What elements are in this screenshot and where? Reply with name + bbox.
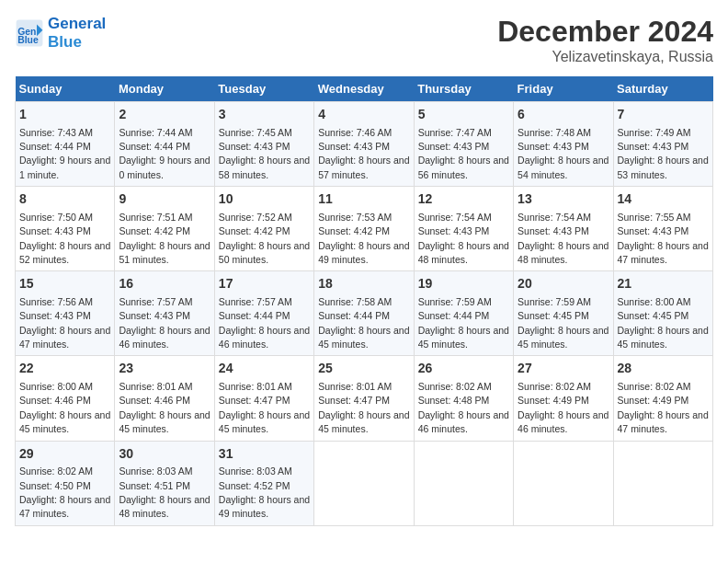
calendar-day-cell: 16Sunrise: 7:57 AMSunset: 4:43 PMDayligh… bbox=[115, 271, 214, 356]
page-header: Gen Blue General Blue December 2024 Yeli… bbox=[15, 15, 713, 65]
calendar-day-cell: 10Sunrise: 7:52 AMSunset: 4:42 PMDayligh… bbox=[214, 187, 313, 271]
location-title: Yelizavetinskaya, Russia bbox=[497, 49, 713, 65]
day-info: Sunrise: 7:59 AMSunset: 4:44 PMDaylight:… bbox=[418, 296, 509, 350]
day-info: Sunrise: 7:47 AMSunset: 4:43 PMDaylight:… bbox=[418, 127, 509, 180]
day-info: Sunrise: 7:54 AMSunset: 4:43 PMDaylight:… bbox=[518, 212, 609, 265]
calendar-day-cell bbox=[314, 441, 414, 525]
day-info: Sunrise: 8:00 AMSunset: 4:45 PMDaylight:… bbox=[618, 296, 709, 350]
day-info: Sunrise: 8:01 AMSunset: 4:47 PMDaylight:… bbox=[318, 381, 409, 434]
day-info: Sunrise: 8:00 AMSunset: 4:46 PMDaylight:… bbox=[19, 381, 110, 434]
calendar-day-cell: 19Sunrise: 7:59 AMSunset: 4:44 PMDayligh… bbox=[414, 271, 513, 356]
calendar-day-cell bbox=[414, 441, 513, 525]
weekday-header: Thursday bbox=[414, 76, 513, 102]
calendar-day-cell: 17Sunrise: 7:57 AMSunset: 4:44 PMDayligh… bbox=[214, 271, 313, 356]
weekday-header: Sunday bbox=[16, 76, 115, 102]
day-number: 6 bbox=[518, 106, 609, 124]
day-number: 11 bbox=[318, 190, 409, 209]
calendar-day-cell: 31Sunrise: 8:03 AMSunset: 4:52 PMDayligh… bbox=[214, 441, 313, 525]
day-info: Sunrise: 7:51 AMSunset: 4:42 PMDaylight:… bbox=[119, 212, 210, 265]
day-info: Sunrise: 8:02 AMSunset: 4:49 PMDaylight:… bbox=[518, 381, 609, 434]
calendar-day-cell: 4Sunrise: 7:46 AMSunset: 4:43 PMDaylight… bbox=[314, 102, 414, 187]
calendar-week-row: 29Sunrise: 8:02 AMSunset: 4:50 PMDayligh… bbox=[16, 441, 713, 525]
logo-line2: Blue bbox=[48, 33, 106, 52]
day-number: 28 bbox=[618, 360, 709, 378]
day-number: 5 bbox=[418, 106, 509, 124]
day-info: Sunrise: 7:43 AMSunset: 4:44 PMDaylight:… bbox=[19, 127, 110, 180]
day-info: Sunrise: 7:59 AMSunset: 4:45 PMDaylight:… bbox=[518, 296, 609, 350]
day-info: Sunrise: 7:45 AMSunset: 4:43 PMDaylight:… bbox=[219, 127, 310, 180]
calendar-day-cell: 8Sunrise: 7:50 AMSunset: 4:43 PMDaylight… bbox=[16, 187, 115, 271]
day-number: 15 bbox=[19, 275, 110, 293]
calendar-week-row: 15Sunrise: 7:56 AMSunset: 4:43 PMDayligh… bbox=[16, 271, 713, 356]
day-number: 16 bbox=[119, 275, 210, 293]
calendar-day-cell: 26Sunrise: 8:02 AMSunset: 4:48 PMDayligh… bbox=[414, 356, 513, 441]
day-info: Sunrise: 8:03 AMSunset: 4:52 PMDaylight:… bbox=[219, 465, 310, 519]
day-info: Sunrise: 8:01 AMSunset: 4:46 PMDaylight:… bbox=[119, 381, 210, 434]
day-number: 10 bbox=[219, 190, 310, 209]
calendar-table: SundayMondayTuesdayWednesdayThursdayFrid… bbox=[15, 76, 713, 526]
calendar-day-cell: 2Sunrise: 7:44 AMSunset: 4:44 PMDaylight… bbox=[115, 102, 214, 187]
day-number: 30 bbox=[119, 445, 210, 464]
day-info: Sunrise: 7:50 AMSunset: 4:43 PMDaylight:… bbox=[19, 212, 110, 265]
weekday-header: Friday bbox=[514, 76, 613, 102]
calendar-day-cell: 12Sunrise: 7:54 AMSunset: 4:43 PMDayligh… bbox=[414, 187, 513, 271]
day-number: 19 bbox=[418, 275, 509, 293]
day-number: 23 bbox=[119, 360, 210, 378]
calendar-day-cell: 20Sunrise: 7:59 AMSunset: 4:45 PMDayligh… bbox=[514, 271, 613, 356]
calendar-day-cell: 25Sunrise: 8:01 AMSunset: 4:47 PMDayligh… bbox=[314, 356, 414, 441]
calendar-header-row: SundayMondayTuesdayWednesdayThursdayFrid… bbox=[16, 76, 713, 102]
logo-line1: General bbox=[48, 15, 106, 33]
calendar-day-cell: 5Sunrise: 7:47 AMSunset: 4:43 PMDaylight… bbox=[414, 102, 513, 187]
day-number: 8 bbox=[19, 190, 110, 209]
svg-text:Blue: Blue bbox=[17, 36, 39, 46]
day-info: Sunrise: 7:55 AMSunset: 4:43 PMDaylight:… bbox=[618, 212, 709, 265]
day-info: Sunrise: 7:54 AMSunset: 4:43 PMDaylight:… bbox=[418, 212, 509, 265]
day-info: Sunrise: 7:53 AMSunset: 4:42 PMDaylight:… bbox=[318, 212, 409, 265]
calendar-day-cell bbox=[613, 441, 712, 525]
day-number: 13 bbox=[518, 190, 609, 209]
calendar-day-cell: 22Sunrise: 8:00 AMSunset: 4:46 PMDayligh… bbox=[16, 356, 115, 441]
day-number: 4 bbox=[318, 106, 409, 124]
calendar-day-cell: 15Sunrise: 7:56 AMSunset: 4:43 PMDayligh… bbox=[16, 271, 115, 356]
day-number: 31 bbox=[219, 445, 310, 464]
calendar-day-cell: 9Sunrise: 7:51 AMSunset: 4:42 PMDaylight… bbox=[115, 187, 214, 271]
day-info: Sunrise: 7:49 AMSunset: 4:43 PMDaylight:… bbox=[618, 127, 709, 180]
day-info: Sunrise: 7:56 AMSunset: 4:43 PMDaylight:… bbox=[19, 296, 110, 350]
calendar-day-cell: 18Sunrise: 7:58 AMSunset: 4:44 PMDayligh… bbox=[314, 271, 414, 356]
day-number: 24 bbox=[219, 360, 310, 378]
day-info: Sunrise: 8:02 AMSunset: 4:48 PMDaylight:… bbox=[418, 381, 509, 434]
day-info: Sunrise: 7:52 AMSunset: 4:42 PMDaylight:… bbox=[219, 212, 310, 265]
weekday-header: Saturday bbox=[613, 76, 712, 102]
day-number: 20 bbox=[518, 275, 609, 293]
day-info: Sunrise: 8:02 AMSunset: 4:49 PMDaylight:… bbox=[618, 381, 709, 434]
logo-text: General Blue bbox=[48, 15, 106, 52]
calendar-week-row: 1Sunrise: 7:43 AMSunset: 4:44 PMDaylight… bbox=[16, 102, 713, 187]
calendar-day-cell: 28Sunrise: 8:02 AMSunset: 4:49 PMDayligh… bbox=[613, 356, 712, 441]
calendar-day-cell: 24Sunrise: 8:01 AMSunset: 4:47 PMDayligh… bbox=[214, 356, 313, 441]
calendar-day-cell: 13Sunrise: 7:54 AMSunset: 4:43 PMDayligh… bbox=[514, 187, 613, 271]
day-number: 3 bbox=[219, 106, 310, 124]
day-info: Sunrise: 8:03 AMSunset: 4:51 PMDaylight:… bbox=[119, 465, 210, 519]
day-info: Sunrise: 7:57 AMSunset: 4:44 PMDaylight:… bbox=[219, 296, 310, 350]
calendar-day-cell: 7Sunrise: 7:49 AMSunset: 4:43 PMDaylight… bbox=[613, 102, 712, 187]
day-number: 27 bbox=[518, 360, 609, 378]
day-number: 25 bbox=[318, 360, 409, 378]
day-info: Sunrise: 7:57 AMSunset: 4:43 PMDaylight:… bbox=[119, 296, 210, 350]
weekday-header: Monday bbox=[115, 76, 214, 102]
day-number: 7 bbox=[618, 106, 709, 124]
day-number: 21 bbox=[618, 275, 709, 293]
logo: Gen Blue General Blue bbox=[15, 15, 106, 52]
day-number: 9 bbox=[119, 190, 210, 209]
day-number: 29 bbox=[19, 445, 110, 464]
logo-icon: Gen Blue bbox=[15, 18, 44, 48]
calendar-day-cell: 27Sunrise: 8:02 AMSunset: 4:49 PMDayligh… bbox=[514, 356, 613, 441]
title-block: December 2024 Yelizavetinskaya, Russia bbox=[497, 15, 713, 65]
day-number: 1 bbox=[19, 106, 110, 124]
day-info: Sunrise: 8:02 AMSunset: 4:50 PMDaylight:… bbox=[19, 465, 110, 519]
day-info: Sunrise: 7:44 AMSunset: 4:44 PMDaylight:… bbox=[119, 127, 210, 180]
day-number: 2 bbox=[119, 106, 210, 124]
day-number: 17 bbox=[219, 275, 310, 293]
day-info: Sunrise: 8:01 AMSunset: 4:47 PMDaylight:… bbox=[219, 381, 310, 434]
day-number: 26 bbox=[418, 360, 509, 378]
weekday-header: Wednesday bbox=[314, 76, 414, 102]
